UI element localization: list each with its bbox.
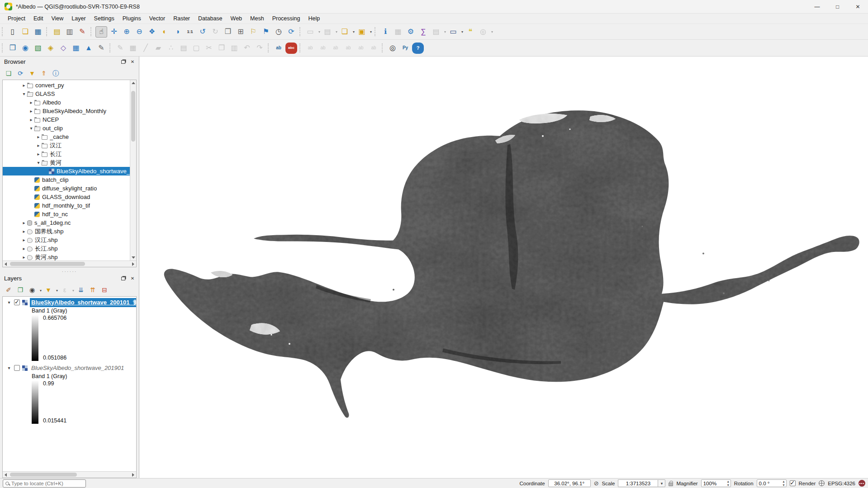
new-print-layout-button[interactable]: ▤ [51,26,63,38]
highlight-pinned-labels-button[interactable]: ab [317,43,329,54]
scroll-right-arrow[interactable] [130,261,136,267]
menu-item[interactable]: Plugins [119,14,145,23]
expand-all-layers-button[interactable]: ⇊ [76,285,86,295]
close-panel-button[interactable]: ✕ [129,59,136,65]
expander-icon[interactable] [28,109,34,114]
browser-tree-item[interactable]: out_clip [3,124,130,133]
menu-item[interactable]: Vector [145,14,169,23]
browser-tree-item[interactable]: 长江.shp [3,244,130,253]
scale-value[interactable]: 1:3713523 [618,479,658,487]
help-button[interactable]: ? [412,43,424,54]
expander-icon[interactable] [21,220,27,225]
toggle-editing-button[interactable]: ✎ [114,43,126,54]
processing-toolbox-button[interactable]: ⚙ [405,26,417,38]
show-layout-manager-button[interactable]: ▥ [64,26,76,38]
rotation-spinbox[interactable]: 0.0 ° [757,479,787,487]
minimize-button[interactable]: — [807,0,827,13]
new-map-view-button[interactable]: ❐ [222,26,234,38]
new-shapefile-layer-button[interactable]: ◈ [45,43,57,54]
float-panel-button[interactable] [120,59,127,65]
expander-icon[interactable] [6,365,12,370]
coordinate-value[interactable]: 36.02°, 96.1° [548,479,591,487]
panel-splitter[interactable] [0,269,139,273]
render-checkbox[interactable] [790,480,796,486]
maximize-button[interactable]: □ [827,0,848,13]
scroll-up-arrow[interactable] [130,80,136,86]
style-manager-button[interactable]: ✎ [76,26,88,38]
browser-tree-item[interactable]: 黄河 [3,158,130,167]
metasearch-button[interactable]: ◎ [477,26,489,38]
new-spatial-bookmark-button[interactable]: ⚐ [247,26,259,38]
vertex-tool-button[interactable]: ∴ [165,43,177,54]
browser-tree-item[interactable]: 汉江 [3,141,130,150]
new-3d-map-view-button[interactable]: ⊞ [235,26,247,38]
manage-map-themes-button[interactable]: ◉ [27,285,38,295]
expander-icon[interactable] [35,143,42,148]
new-geopackage-layer-button[interactable]: ▧ [32,43,44,54]
python-console-button[interactable]: Py [399,43,411,54]
scrollbar-thumb[interactable] [131,91,135,142]
measure-button[interactable]: ▭ [447,26,459,38]
menu-item[interactable]: Processing [268,14,304,23]
scroll-down-arrow[interactable] [130,255,136,261]
browser-tree-item[interactable]: GLASS [3,90,130,98]
browser-tree-item[interactable]: 汉江.shp [3,236,130,244]
digitize-polygon-button[interactable]: ▰ [152,43,164,54]
expander-icon[interactable] [35,152,42,156]
browser-tree-item[interactable]: NCEP [3,115,130,124]
collapse-all-layers-button[interactable]: ⇈ [87,285,98,295]
save-project-button[interactable]: ▦ [32,26,44,38]
curved-label-button[interactable]: ab [368,43,379,54]
browser-tree-item[interactable]: diffuse_skylight_ratio [3,184,130,193]
float-panel-button[interactable] [120,275,127,282]
data-source-manager-button[interactable]: ❒ [7,43,19,54]
statistics-summary-button[interactable]: ∑ [417,26,429,38]
messages-icon[interactable]: ••• [859,480,865,487]
browser-horizontal-scrollbar[interactable] [3,261,136,267]
filter-by-expression-button[interactable]: ε [59,285,70,295]
browser-tree-item[interactable]: GLASS_download [3,193,130,201]
expander-icon[interactable] [28,126,34,131]
new-spatialite-layer-button[interactable]: ◇ [57,43,69,54]
add-selected-layers-button[interactable]: ❏ [3,68,14,78]
redo-button[interactable]: ↷ [254,43,266,54]
refresh-browser-button[interactable]: ⟳ [15,68,26,78]
zoom-to-layer-button[interactable]: ◑ [171,26,183,38]
menu-item[interactable]: Raster [169,14,194,23]
expander-icon[interactable] [35,160,42,165]
locator-search[interactable] [3,479,86,488]
add-group-button[interactable]: ❐ [15,285,26,295]
undo-button[interactable]: ↶ [241,43,253,54]
refresh-map-button[interactable]: ⟳ [285,26,297,38]
expander-icon[interactable] [21,237,27,242]
magnifier-spinbox[interactable]: 100% [701,479,731,487]
lock-scale-icon[interactable] [669,483,673,486]
menu-item[interactable]: Mesh [246,14,268,23]
expander-icon[interactable] [28,100,34,105]
browser-properties-button[interactable]: ⓘ [50,68,61,78]
layers-horizontal-scrollbar[interactable] [3,471,136,478]
menu-item[interactable]: Database [194,14,227,23]
scrollbar-thumb[interactable] [10,473,77,477]
layer-labeling-off-button[interactable]: abc [285,43,297,54]
deselect-all-button[interactable]: ❏ [339,26,351,38]
select-by-value-button[interactable]: ▤ [322,26,333,38]
cut-features-button[interactable]: ✂ [203,43,215,54]
layouts-list-button[interactable]: ▤ [430,26,442,38]
zoom-last-button[interactable]: ↺ [197,26,209,38]
expander-icon[interactable] [28,117,34,122]
show-spatial-bookmarks-button[interactable]: ⚑ [260,26,272,38]
menu-item[interactable]: View [47,14,67,23]
layer-visibility-checkbox[interactable] [14,365,20,371]
layer-item[interactable]: BlueSkyAlbedo_shortwave_200101_黄 [6,298,136,307]
pin-labels-button[interactable]: ab [304,43,316,54]
scroll-left-arrow[interactable] [3,472,9,478]
browser-tree-item[interactable]: hdf_monthly_to_tif [3,201,130,210]
expander-icon[interactable] [35,134,42,139]
browser-tree-item[interactable]: _cache [3,133,130,141]
delete-selected-button[interactable]: ▢ [190,43,202,54]
zoom-in-button[interactable]: ⊕ [121,26,133,38]
open-project-button[interactable]: ❏ [19,26,31,38]
save-layer-edits-button[interactable]: ▦ [127,43,139,54]
layer-labeling-button[interactable]: ab [273,43,285,54]
